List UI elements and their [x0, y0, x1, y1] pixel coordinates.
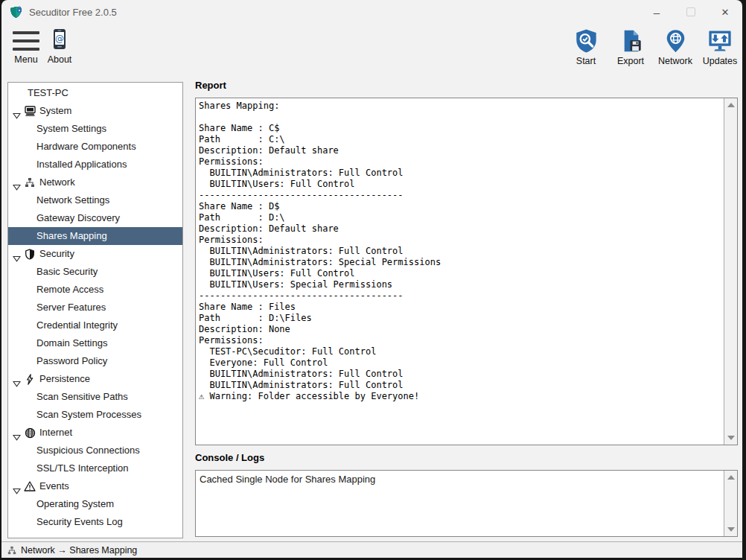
tree-item-security-events-log[interactable]: Security Events Log: [8, 513, 182, 531]
tree-node-label: TEST-PC: [28, 84, 68, 102]
tree-item-label: Security Events Log: [36, 513, 123, 531]
tree-item-installed-applications[interactable]: Installed Applications: [8, 156, 182, 174]
start-button[interactable]: Start: [567, 28, 605, 66]
tree-category-label: Persistence: [39, 370, 90, 388]
tree-item-credential-integrity[interactable]: Credential Integrity: [8, 316, 182, 334]
tree-item-basic-security[interactable]: Basic Security: [8, 263, 182, 281]
about-button[interactable]: @ About: [43, 28, 76, 65]
tree-root-node[interactable]: TEST-PC: [8, 84, 182, 102]
tree-item-label: Scan Sensitive Paths: [36, 388, 128, 406]
tree-category-events[interactable]: Events: [8, 477, 182, 495]
console-scrollbar[interactable]: [724, 471, 737, 536]
tree-category-persistence[interactable]: Persistence: [8, 370, 182, 388]
updates-button[interactable]: Updates: [701, 28, 739, 66]
network-nodes-icon: [24, 176, 36, 188]
tree-item-label: Scan System Processes: [36, 406, 141, 424]
updates-label: Updates: [703, 56, 738, 66]
tree-item-password-policy[interactable]: Password Policy: [8, 352, 182, 370]
maximize-icon: [686, 7, 695, 16]
statusbar-network-icon: [7, 546, 16, 555]
updates-icon: [707, 28, 733, 54]
report-text: Shares Mapping: Share Name : C$ Path : C…: [196, 98, 724, 445]
tree-item-label: Password Policy: [36, 352, 107, 370]
status-bar: Network → Shares Mapping: [1, 541, 742, 558]
tree-category-system[interactable]: System: [8, 102, 182, 120]
start-label: Start: [576, 56, 596, 66]
tree-category-label: Internet: [39, 424, 72, 442]
tree-item-suspicious-connections[interactable]: Suspicious Connections: [8, 442, 182, 459]
scroll-down-icon[interactable]: [727, 527, 735, 532]
console-pane-title: Console / Logs: [195, 452, 264, 463]
tree-item-scan-system-processes[interactable]: Scan System Processes: [8, 406, 182, 424]
network-pin-icon: [663, 28, 688, 54]
svg-text:@: @: [55, 34, 64, 44]
console-textarea[interactable]: Cached Single Node for Shares Mapping: [195, 470, 738, 537]
tree-category-label: Events: [39, 477, 69, 495]
menu-button[interactable]: Menu: [7, 30, 45, 65]
tree-category-network[interactable]: Network: [8, 174, 182, 191]
tree-item-operating-system[interactable]: Operating System: [8, 495, 182, 513]
report-textarea[interactable]: Shares Mapping: Share Name : C$ Path : C…: [195, 98, 738, 445]
lightning-icon: [24, 373, 36, 385]
title-bar: Secuditor Free 2.0.5 – ✕: [1, 0, 742, 24]
scroll-up-icon[interactable]: [727, 103, 735, 107]
tree-item-label: Basic Security: [36, 263, 98, 281]
start-icon: [574, 28, 599, 54]
tree-item-remote-access[interactable]: Remote Access: [8, 281, 182, 299]
tree-category-label: System: [39, 102, 71, 120]
network-button[interactable]: Network: [656, 28, 695, 66]
tree-item-label: Remote Access: [36, 281, 103, 299]
console-text: Cached Single Node for Shares Mapping: [196, 471, 724, 536]
tree-item-label: Suspicious Connections: [36, 442, 140, 459]
tree-item-label: Operating System: [36, 495, 114, 513]
tree-item-label: Shares Mapping: [36, 227, 107, 245]
toolbar-right-group: StartExportNetworkUpdates: [567, 28, 739, 66]
about-icon: @: [51, 28, 68, 52]
tree-item-hardware-components[interactable]: Hardware Components: [8, 138, 182, 156]
tree-item-label: Network Settings: [36, 191, 109, 209]
tree-category-security[interactable]: Security: [8, 245, 182, 263]
tree-item-label: Installed Applications: [36, 156, 127, 174]
tree-item-label: SSL/TLS Interception: [36, 459, 129, 477]
tree-category-label: Network: [39, 174, 75, 191]
menu-icon: [13, 30, 39, 52]
tree-item-label: Domain Settings: [36, 334, 107, 352]
half-shield-icon: [24, 248, 36, 260]
globe-icon: [24, 427, 36, 439]
warning-icon: [24, 480, 36, 492]
tree-item-scan-sensitive-paths[interactable]: Scan Sensitive Paths: [8, 388, 182, 406]
tree-category-internet[interactable]: Internet: [8, 424, 182, 442]
tree-item-label: Server Features: [36, 299, 106, 316]
computer-icon: [24, 105, 36, 117]
scroll-up-icon[interactable]: [727, 475, 735, 480]
tree-item-label: Credential Integrity: [36, 316, 118, 334]
app-window: Secuditor Free 2.0.5 – ✕ Menu @ About St…: [1, 0, 742, 558]
tree-item-server-features[interactable]: Server Features: [8, 299, 182, 316]
export-label: Export: [617, 56, 644, 66]
report-pane-title: Report: [195, 80, 226, 91]
status-text: Network → Shares Mapping: [21, 545, 137, 556]
export-button[interactable]: Export: [611, 28, 650, 66]
tree-item-shares-mapping[interactable]: Shares Mapping: [8, 227, 182, 245]
tree-item-system-settings[interactable]: System Settings: [8, 120, 182, 138]
tree-item-label: Gateway Discovery: [36, 209, 120, 227]
tree-item-network-settings[interactable]: Network Settings: [8, 191, 182, 209]
tree-category-label: Security: [39, 245, 74, 263]
sidebar-tree: TEST-PCSystemSystem SettingsHardware Com…: [7, 82, 183, 538]
tree-item-domain-settings[interactable]: Domain Settings: [8, 334, 182, 352]
minimize-button[interactable]: –: [640, 0, 674, 24]
app-shield-icon: [9, 5, 24, 19]
tree-item-gateway-discovery[interactable]: Gateway Discovery: [8, 209, 182, 227]
tree-item-label: Hardware Components: [36, 138, 136, 156]
tree-item-label: System Settings: [36, 120, 106, 138]
window-title: Secuditor Free 2.0.5: [29, 7, 117, 18]
export-icon: [619, 28, 643, 54]
scroll-down-icon[interactable]: [727, 436, 735, 440]
menu-label: Menu: [14, 54, 37, 65]
report-scrollbar[interactable]: [724, 98, 737, 445]
maximize-button[interactable]: [674, 0, 708, 24]
about-label: About: [48, 54, 72, 65]
network-label: Network: [658, 56, 692, 66]
tree-item-ssl-tls-interception[interactable]: SSL/TLS Interception: [8, 459, 182, 477]
close-button[interactable]: ✕: [708, 0, 742, 24]
